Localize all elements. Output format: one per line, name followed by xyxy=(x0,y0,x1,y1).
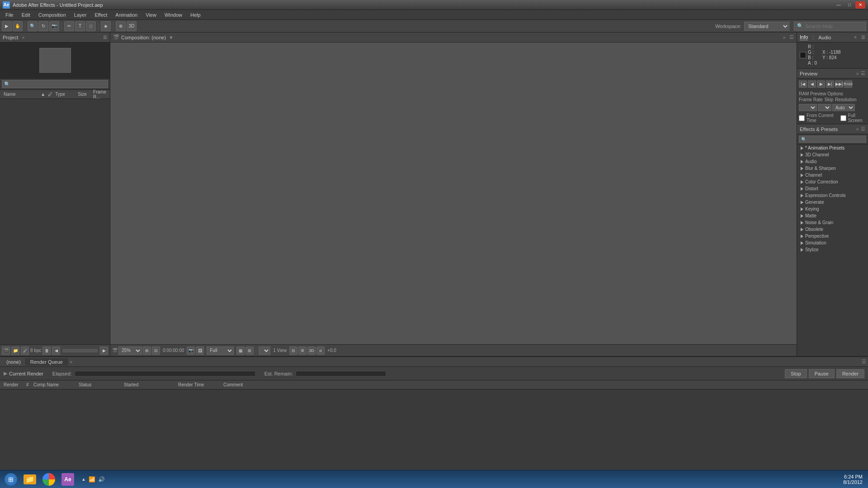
render-button[interactable]: Render xyxy=(836,369,864,378)
bottom-panel-menu[interactable]: ☰ xyxy=(862,359,866,365)
tab-info[interactable]: Info xyxy=(800,34,808,40)
composition-viewer[interactable] xyxy=(110,42,797,344)
col-header-size[interactable]: Size xyxy=(76,92,91,97)
project-delete-btn[interactable]: 🗑 xyxy=(42,347,51,355)
preview-panel-close[interactable]: × xyxy=(856,71,859,76)
effects-item-0[interactable]: * Animation Presets xyxy=(797,145,868,151)
col-header-type[interactable]: Type xyxy=(53,92,76,97)
menu-composition[interactable]: Composition xyxy=(35,11,70,19)
start-button[interactable]: ⊞ xyxy=(2,471,20,488)
preview-panel-menu[interactable]: ☰ xyxy=(861,70,865,76)
effects-search-input[interactable] xyxy=(799,136,866,143)
preview-resolution-select[interactable]: Auto xyxy=(832,104,855,111)
project-folder-btn[interactable]: 📁 xyxy=(11,347,19,355)
tool-arrow[interactable]: ▶ xyxy=(2,21,12,31)
project-item-btn[interactable]: 🖊 xyxy=(21,347,29,355)
menu-file[interactable]: File xyxy=(2,11,17,19)
channel-select[interactable] xyxy=(259,347,270,355)
info-panel-close[interactable]: × xyxy=(854,35,857,40)
tab-audio[interactable]: Audio xyxy=(818,35,831,40)
tool-snapping[interactable]: ⊕ xyxy=(116,21,126,31)
fit-btn[interactable]: ⊞ xyxy=(143,347,151,355)
menu-view[interactable]: View xyxy=(142,11,160,19)
fullscreen-checkbox[interactable] xyxy=(840,115,846,121)
col-header-framerate[interactable]: Frame R... xyxy=(91,89,108,99)
comp-panel-close[interactable]: × xyxy=(783,35,786,40)
preview-next-frame[interactable]: ▶| xyxy=(826,80,834,88)
workspace-dropdown[interactable]: Standard xyxy=(744,22,789,31)
minimize-button[interactable]: — xyxy=(834,1,844,9)
preview-last[interactable]: ▶▶| xyxy=(835,80,843,88)
zoom-select[interactable]: 25% 50% 100% xyxy=(118,347,142,355)
file-explorer-button[interactable]: 📁 xyxy=(21,471,39,488)
effects-item-5[interactable]: Color Correction xyxy=(797,178,868,185)
preview-ram[interactable]: RAM xyxy=(844,80,852,88)
effects-item-2[interactable]: Audio xyxy=(797,158,868,165)
comp-panel-dropdown[interactable]: ▼ xyxy=(169,35,174,40)
preview-first[interactable]: |◀ xyxy=(799,80,807,88)
col-header-sort[interactable]: ▲ xyxy=(39,92,46,97)
ae-taskbar-button[interactable]: Ae xyxy=(59,471,77,488)
view-layout-btn[interactable]: ⊟ xyxy=(289,347,297,355)
tool-text[interactable]: T xyxy=(75,21,85,31)
snapshot-btn[interactable]: 📷 xyxy=(187,347,195,355)
show-snapshot-btn[interactable]: 🖼 xyxy=(196,347,204,355)
menu-layer[interactable]: Layer xyxy=(71,11,90,19)
effects-item-6[interactable]: Distort xyxy=(797,185,868,192)
tool-rotate[interactable]: ↻ xyxy=(38,21,48,31)
effects-item-4[interactable]: Channel xyxy=(797,172,868,178)
comp-alpha-btn[interactable]: α xyxy=(316,347,325,355)
effects-panel-close[interactable]: × xyxy=(856,127,859,132)
menu-help[interactable]: Help xyxy=(187,11,204,19)
effects-item-12[interactable]: Obsolete xyxy=(797,226,868,233)
effects-item-14[interactable]: Simulation xyxy=(797,239,868,246)
search-help-input[interactable] xyxy=(805,23,859,29)
effects-item-1[interactable]: 3D Channel xyxy=(797,151,868,158)
from-current-checkbox[interactable] xyxy=(799,115,805,121)
close-button[interactable]: ✕ xyxy=(855,1,865,9)
effects-item-13[interactable]: Perspective xyxy=(797,233,868,239)
menu-edit[interactable]: Edit xyxy=(18,11,34,19)
bottom-tab-close[interactable]: × xyxy=(70,359,72,365)
stop-button[interactable]: Stop xyxy=(785,369,807,378)
tray-arrow[interactable]: ▲ xyxy=(81,477,86,482)
menu-effect[interactable]: Effect xyxy=(91,11,111,19)
effects-item-9[interactable]: Keying xyxy=(797,206,868,212)
effects-item-8[interactable]: Generate xyxy=(797,199,868,206)
effects-item-3[interactable]: Blur & Sharpen xyxy=(797,165,868,172)
chrome-button[interactable] xyxy=(40,471,58,488)
effects-item-7[interactable]: Expression Controls xyxy=(797,192,868,199)
tool-zoom[interactable]: 🔍 xyxy=(28,21,38,31)
skip-select[interactable] xyxy=(818,104,831,111)
project-scrollbar[interactable] xyxy=(62,349,98,352)
menu-window[interactable]: Window xyxy=(161,11,186,19)
tool-hand[interactable]: ✋ xyxy=(13,21,23,31)
comp-3d-btn[interactable]: 3D xyxy=(307,347,316,355)
comp-options-btn[interactable]: ⚙ xyxy=(298,347,307,355)
tool-camera[interactable]: 📷 xyxy=(49,21,59,31)
tool-3d[interactable]: 3D xyxy=(127,21,137,31)
pause-button[interactable]: Pause xyxy=(809,369,835,378)
project-nav-left[interactable]: ◀ xyxy=(52,347,60,355)
tab-none[interactable]: (none) xyxy=(2,358,26,366)
grid-btn[interactable]: ⊟ xyxy=(152,347,160,355)
effects-panel-menu[interactable]: ☰ xyxy=(861,126,865,132)
info-panel-menu[interactable]: ☰ xyxy=(861,35,865,40)
project-panel-tab-close[interactable]: × xyxy=(22,35,24,40)
project-nav-right[interactable]: ▶ xyxy=(100,347,108,355)
menu-animation[interactable]: Animation xyxy=(112,11,141,19)
effects-item-11[interactable]: Noise & Grain xyxy=(797,219,868,226)
project-search-input[interactable] xyxy=(2,80,108,88)
col-header-name[interactable]: Name xyxy=(2,92,39,97)
resolution-select[interactable]: Full Half Quarter xyxy=(207,347,234,355)
preview-play[interactable]: ▶ xyxy=(817,80,825,88)
tab-render-queue[interactable]: Render Queue xyxy=(26,358,68,366)
project-interpret-btn[interactable]: 🎬 xyxy=(2,347,10,355)
framerate-select[interactable] xyxy=(799,104,817,111)
effects-item-10[interactable]: Matte xyxy=(797,212,868,219)
region-btn[interactable]: ▦ xyxy=(236,347,245,355)
tool-puppet[interactable]: ◈ xyxy=(101,21,111,31)
color-swatch[interactable] xyxy=(800,52,806,58)
preview-prev-frame[interactable]: ◀ xyxy=(808,80,816,88)
effects-item-15[interactable]: Stylize xyxy=(797,246,868,253)
